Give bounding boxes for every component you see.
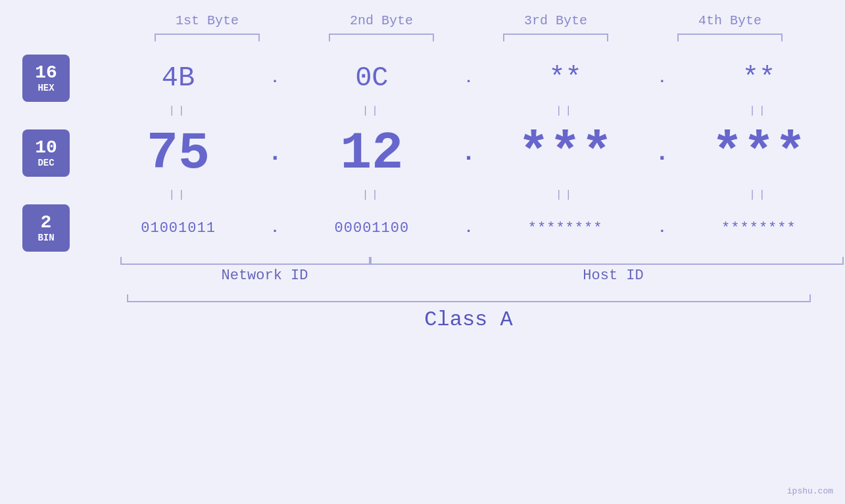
hex-val-1: 4B: [106, 55, 251, 101]
dec-dot-2: .: [458, 120, 478, 186]
dec-val-3: ***: [493, 120, 638, 186]
bottom-section: Network ID Host ID: [120, 257, 817, 284]
id-labels: Network ID Host ID: [120, 267, 817, 284]
outer-bracket-line: [127, 294, 811, 302]
network-bracket-line: [120, 257, 370, 265]
top-bracket-3: [483, 34, 628, 41]
bin-dot-3: .: [652, 205, 672, 251]
hex-data-row: 16 HEX 4B . 0C . ** . **: [0, 55, 845, 102]
equals-row-2: || || || ||: [0, 186, 845, 204]
eq-values-2: || || || ||: [92, 186, 845, 204]
top-bracket-line-3: [503, 34, 608, 41]
top-bracket-line-4: [677, 34, 783, 41]
byte4-header: 4th Byte: [658, 13, 802, 28]
hex-dot-1: .: [265, 55, 285, 101]
byte3-header: 3rd Byte: [483, 13, 628, 28]
dec-base-label: DEC: [37, 158, 54, 168]
byte2-header: 2nd Byte: [309, 13, 454, 28]
hex-badge: 16 HEX: [22, 55, 70, 102]
hex-dot-2: .: [458, 55, 478, 101]
dec-data-row: 10 DEC 75 . 12 . *** . ***: [0, 120, 845, 186]
bin-base-number: 2: [41, 213, 52, 233]
top-bracket-line-1: [155, 34, 260, 41]
dec-val-1: 75: [106, 120, 251, 186]
eq-2-2: ||: [299, 189, 444, 201]
top-bracket-line-2: [329, 34, 434, 41]
byte1-header: 1st Byte: [135, 13, 279, 28]
hex-dot-3: .: [652, 55, 672, 101]
dec-values-row: 75 . 12 . *** . ***: [92, 120, 845, 186]
bin-dot-1: .: [265, 205, 285, 251]
hex-base-number: 16: [35, 63, 57, 83]
eq-1-1: ||: [106, 105, 251, 117]
dec-val-4: ***: [687, 120, 831, 186]
byte-headers: 1st Byte 2nd Byte 3rd Byte 4th Byte: [120, 13, 817, 28]
hex-val-4: **: [687, 55, 831, 101]
dec-badge: 10 DEC: [22, 129, 70, 177]
eq-values-1: || || || ||: [92, 102, 845, 120]
dec-dot-3: .: [652, 120, 672, 186]
eq-1-2: ||: [299, 105, 444, 117]
top-bracket-2: [309, 34, 454, 41]
dec-base-number: 10: [35, 138, 57, 158]
class-label-row: Class A: [120, 308, 817, 332]
main-container: 1st Byte 2nd Byte 3rd Byte 4th Byte 16 H…: [0, 0, 845, 504]
bin-val-4: ********: [687, 205, 831, 251]
eq-2-3: ||: [493, 189, 638, 201]
outer-bracket-row: [120, 294, 817, 302]
bin-val-2: 00001100: [299, 205, 444, 251]
eq-1-3: ||: [493, 105, 638, 117]
eq-spacer-1: [0, 102, 92, 120]
hex-values-row: 4B . 0C . ** . **: [92, 55, 845, 101]
network-id-label: Network ID: [120, 267, 410, 284]
top-brackets: [120, 34, 817, 41]
bin-badge: 2 BIN: [22, 204, 70, 252]
eq-1-4: ||: [687, 105, 831, 117]
hex-val-2: 0C: [299, 55, 444, 101]
bin-badge-col: 2 BIN: [0, 204, 92, 252]
host-bracket: [370, 257, 844, 265]
bin-data-row: 2 BIN 01001011 . 00001100 . ******** . *…: [0, 204, 845, 252]
top-bracket-1: [135, 34, 279, 41]
host-id-label: Host ID: [410, 267, 817, 284]
watermark: ipshu.com: [787, 486, 833, 496]
bottom-brackets: [120, 257, 817, 265]
bin-dot-2: .: [458, 205, 478, 251]
hex-base-label: HEX: [37, 83, 54, 93]
bin-values-row: 01001011 . 00001100 . ******** . *******…: [92, 205, 845, 251]
hex-val-3: **: [493, 55, 638, 101]
eq-spacer-2: [0, 186, 92, 204]
bin-val-1: 01001011: [106, 205, 251, 251]
eq-2-1: ||: [106, 189, 251, 201]
bin-val-3: ********: [493, 205, 638, 251]
network-bracket: [120, 257, 370, 265]
hex-badge-col: 16 HEX: [0, 55, 92, 102]
dec-dot-1: .: [265, 120, 285, 186]
class-label: Class A: [424, 308, 512, 332]
eq-2-4: ||: [687, 189, 831, 201]
equals-row-1: || || || ||: [0, 102, 845, 120]
dec-badge-col: 10 DEC: [0, 129, 92, 177]
bin-base-label: BIN: [37, 233, 54, 243]
host-bracket-line: [370, 257, 844, 265]
top-bracket-4: [658, 34, 802, 41]
dec-val-2: 12: [299, 120, 444, 186]
